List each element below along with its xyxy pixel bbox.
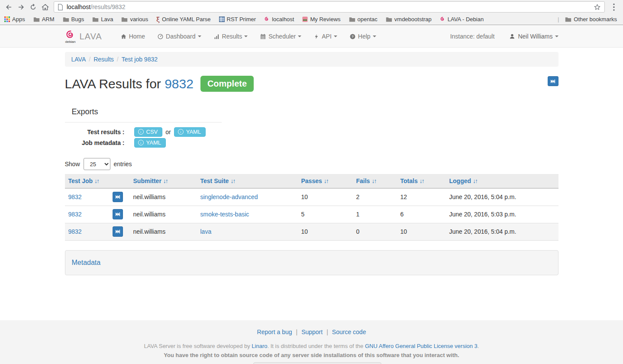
dashboard-icon bbox=[157, 33, 164, 40]
bookmark-opentac[interactable]: opentac bbox=[349, 16, 378, 23]
bookmark-various[interactable]: various bbox=[121, 16, 148, 23]
back-button[interactable] bbox=[3, 1, 15, 13]
sort-icon: ↓↑ bbox=[163, 177, 168, 184]
breadcrumb-lava[interactable]: LAVA bbox=[71, 56, 86, 63]
browser-menu-icon[interactable] bbox=[609, 3, 619, 11]
home-icon bbox=[120, 33, 127, 40]
skip-to-end-button[interactable] bbox=[113, 226, 123, 237]
page-title: LAVA Results for 9832 bbox=[65, 77, 194, 91]
download-icon: ↓ bbox=[138, 129, 144, 135]
entries-label: entries bbox=[114, 161, 132, 168]
bookmark-arm[interactable]: ARM bbox=[33, 16, 55, 23]
breadcrumb: LAVA/Results/Test job 9832 bbox=[65, 52, 558, 67]
other-bookmarks[interactable]: Other bookmarks bbox=[565, 16, 617, 23]
sort-icon: ↓↑ bbox=[94, 177, 99, 184]
license-link[interactable]: GNU Affero General Public License versio… bbox=[365, 343, 478, 349]
nav-item-api[interactable]: API bbox=[307, 26, 343, 47]
bookmark-my-reviews[interactable]: My Reviews bbox=[302, 16, 340, 23]
export-metadata-yaml-button[interactable]: ↓YAML bbox=[134, 138, 166, 148]
skip-end-icon bbox=[115, 212, 121, 217]
sort-icon: ↓↑ bbox=[324, 177, 328, 184]
header-logged[interactable]: Logged↓↑ bbox=[446, 174, 558, 188]
report-bug-link[interactable]: Report a bug bbox=[257, 329, 292, 335]
nav-item-help[interactable]: ? Help bbox=[343, 26, 382, 47]
bookmark-vmdebootstrap[interactable]: vmdebootstrap bbox=[386, 16, 432, 23]
home-button[interactable] bbox=[39, 1, 51, 13]
debian-swirl-icon bbox=[440, 16, 445, 22]
download-icon: ↓ bbox=[138, 140, 144, 145]
skip-end-icon bbox=[550, 79, 556, 84]
browser-toolbar: localhost/results/9832 bbox=[0, 0, 623, 14]
suite-link[interactable]: singlenode-advanced bbox=[200, 193, 258, 200]
bookmark-rst-primer[interactable]: RST Primer bbox=[219, 16, 256, 23]
bookmark-localhost[interactable]: localhost bbox=[264, 16, 294, 23]
metadata-toggle[interactable]: Metadata bbox=[72, 259, 101, 266]
exports-section: Exports Test results : ↓CSV or ↓YAML Job… bbox=[65, 107, 222, 148]
chevron-down-icon bbox=[373, 35, 376, 37]
support-link[interactable]: Support bbox=[301, 329, 323, 335]
skip-end-icon bbox=[115, 229, 121, 234]
header-submitter[interactable]: Submitter↓↑ bbox=[130, 174, 197, 188]
bookmark-apps[interactable]: Apps bbox=[4, 16, 25, 23]
page-footer: Report a bug|Support|Source code LAVA Se… bbox=[0, 320, 623, 364]
bookmark-bugs[interactable]: Bugs bbox=[63, 16, 84, 23]
nav-item-home[interactable]: Home bbox=[114, 26, 151, 47]
browser-chrome: localhost/results/9832 Apps ARM Bugs bbox=[0, 0, 623, 25]
job-link[interactable]: 9832 bbox=[68, 193, 82, 200]
license-line: LAVA Server is free software developed b… bbox=[0, 343, 623, 349]
header-passes[interactable]: Passes↓↑ bbox=[298, 174, 353, 188]
skip-end-icon bbox=[115, 194, 121, 200]
suite-link[interactable]: lava bbox=[200, 228, 212, 235]
url-host: localhost bbox=[67, 3, 90, 10]
footer-cutoff-panel bbox=[253, 362, 381, 364]
nav-item-results[interactable]: Results bbox=[207, 26, 254, 47]
job-link[interactable]: 9832 bbox=[68, 211, 82, 218]
header-test-suite[interactable]: Test Suite↓↑ bbox=[197, 174, 298, 188]
bolt-icon bbox=[313, 33, 320, 40]
chevron-down-icon bbox=[198, 35, 201, 37]
folder-icon bbox=[349, 17, 355, 22]
table-length-control: Show 25 entries bbox=[65, 158, 558, 170]
user-icon bbox=[509, 33, 515, 39]
metadata-panel[interactable]: Metadata bbox=[65, 250, 558, 275]
page-size-select[interactable]: 25 bbox=[84, 158, 110, 170]
exports-heading: Exports bbox=[72, 107, 222, 116]
bookmark-yaml-parser[interactable]: ξOnline YAML Parse bbox=[156, 16, 210, 23]
lava-brand[interactable]: debian LAVA bbox=[65, 29, 102, 44]
skip-to-end-button[interactable] bbox=[548, 76, 558, 86]
skip-to-end-button[interactable] bbox=[113, 209, 123, 219]
user-menu[interactable]: Neil Williams bbox=[509, 33, 558, 40]
reviews-icon bbox=[302, 16, 308, 22]
fails-cell: 2 bbox=[353, 188, 397, 206]
job-link[interactable]: 9832 bbox=[68, 228, 82, 235]
suite-link[interactable]: smoke-tests-basic bbox=[200, 211, 249, 218]
bar-chart-icon bbox=[213, 33, 220, 40]
nav-item-dashboard[interactable]: Dashboard bbox=[151, 26, 207, 47]
export-yaml-button[interactable]: ↓YAML bbox=[174, 127, 206, 137]
brand-name: LAVA bbox=[80, 32, 102, 42]
header-totals[interactable]: Totals↓↑ bbox=[397, 174, 446, 188]
job-id-link[interactable]: 9832 bbox=[165, 77, 194, 91]
forward-button[interactable] bbox=[15, 1, 27, 13]
source-code-link[interactable]: Source code bbox=[332, 329, 366, 335]
breadcrumb-results[interactable]: Results bbox=[94, 56, 114, 63]
linaro-link[interactable]: Linaro bbox=[252, 343, 267, 349]
debian-logo-icon: debian bbox=[65, 29, 76, 44]
job-metadata-label: Job metadata : bbox=[65, 139, 134, 146]
breadcrumb-test-job[interactable]: Test job 9832 bbox=[122, 56, 158, 63]
bookmark-star-icon[interactable] bbox=[594, 3, 601, 11]
exports-divider bbox=[65, 122, 222, 122]
calendar-icon bbox=[260, 33, 266, 40]
reload-button[interactable] bbox=[27, 1, 39, 13]
header-test-job[interactable]: Test Job↓↑ bbox=[65, 174, 130, 188]
header-fails[interactable]: Fails↓↑ bbox=[353, 174, 397, 188]
bookmark-lava[interactable]: Lava bbox=[92, 16, 113, 23]
bookmarks-divider: | bbox=[558, 16, 559, 23]
submitter-cell: neil.williams bbox=[130, 223, 197, 240]
export-csv-button[interactable]: ↓CSV bbox=[134, 127, 163, 137]
sort-icon: ↓↑ bbox=[230, 177, 235, 184]
skip-to-end-button[interactable] bbox=[113, 192, 123, 202]
bookmark-lava-debian[interactable]: LAVA - Debian bbox=[440, 16, 484, 23]
nav-item-scheduler[interactable]: Scheduler bbox=[254, 26, 307, 47]
url-bar[interactable]: localhost/results/9832 bbox=[54, 1, 605, 13]
